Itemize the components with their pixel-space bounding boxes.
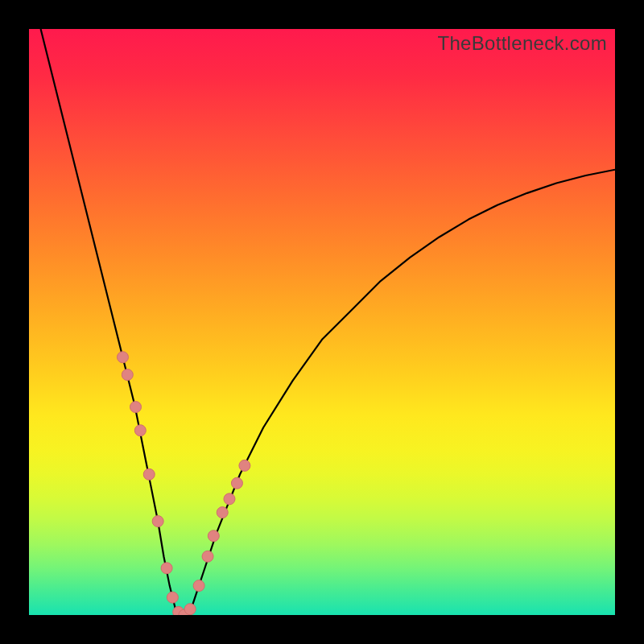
scatter-dot [143, 469, 155, 480]
scatter-dot [193, 580, 204, 592]
scatter-group [117, 352, 250, 615]
scatter-dot [239, 460, 250, 471]
scatter-dot [202, 551, 213, 562]
scatter-dot [134, 425, 146, 436]
chart-frame: TheBottleneck.com [0, 0, 644, 644]
scatter-dot [117, 352, 128, 363]
scatter-dot [217, 507, 228, 518]
scatter-dot [224, 493, 235, 505]
scatter-dot [161, 563, 172, 574]
scatter-dot [208, 530, 219, 542]
plot-area: TheBottleneck.com [29, 29, 615, 615]
chart-overlay [29, 29, 615, 615]
scatter-dot [152, 516, 163, 527]
scatter-dot [122, 369, 133, 381]
bottleneck-curve [41, 29, 615, 615]
scatter-dot [130, 402, 142, 413]
scatter-dot [184, 604, 196, 615]
scatter-dot [231, 477, 242, 489]
scatter-dot [167, 592, 178, 603]
